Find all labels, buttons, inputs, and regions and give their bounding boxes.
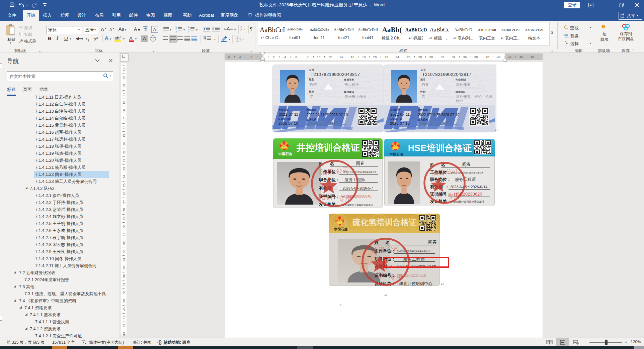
svg-text:培训: 培训 [319, 193, 332, 201]
svg-text:公司: 公司 [387, 245, 400, 252]
svg-text:公司: 公司 [446, 168, 458, 175]
svg-text:油田: 油田 [372, 246, 385, 254]
svg-text:专用: 专用 [338, 195, 352, 202]
svg-text:专用: 专用 [389, 273, 403, 281]
svg-text:培训: 培训 [370, 271, 383, 279]
svg-text:公司: 公司 [336, 167, 349, 174]
svg-text:专用: 专用 [448, 193, 460, 200]
svg-text:油田: 油田 [432, 169, 444, 176]
svg-text:油田: 油田 [321, 168, 334, 176]
svg-text:培训: 培训 [430, 192, 442, 198]
